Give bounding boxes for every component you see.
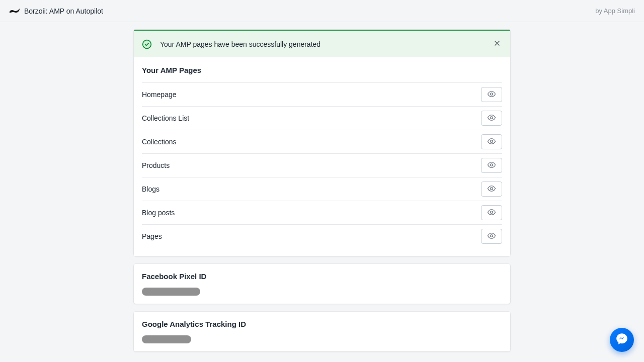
list-item-label: Products <box>142 161 170 169</box>
preview-button[interactable] <box>481 205 502 220</box>
google-analytics-card: Google Analytics Tracking ID <box>134 312 510 351</box>
header-left: Borzoii: AMP on Autopilot <box>9 7 103 15</box>
app-title: Borzoii: AMP on Autopilot <box>24 7 103 15</box>
list-item: Products <box>142 154 502 177</box>
eye-icon <box>487 231 496 242</box>
amp-pages-list: Homepage Collections List Collections <box>142 82 502 248</box>
checkmark-circle-icon <box>142 39 152 49</box>
svg-point-5 <box>491 187 493 190</box>
preview-button[interactable] <box>481 134 502 149</box>
facebook-pixel-input[interactable] <box>142 288 200 296</box>
eye-icon <box>487 160 496 171</box>
list-item-label: Blogs <box>142 185 159 193</box>
eye-icon <box>487 137 496 147</box>
messenger-icon <box>615 332 628 347</box>
list-item: Blogs <box>142 177 502 201</box>
facebook-pixel-card: Facebook Pixel ID <box>134 264 510 304</box>
app-logo-icon <box>9 8 20 14</box>
app-header: Borzoii: AMP on Autopilot by App Simpli <box>0 0 644 22</box>
google-analytics-title: Google Analytics Tracking ID <box>142 320 502 335</box>
messenger-chat-button[interactable] <box>610 328 634 352</box>
svg-point-4 <box>491 163 493 166</box>
close-banner-button[interactable] <box>492 38 502 50</box>
preview-button[interactable] <box>481 182 502 197</box>
list-item-label: Collections <box>142 138 176 146</box>
eye-icon <box>487 113 496 124</box>
eye-icon <box>487 184 496 195</box>
list-item-label: Homepage <box>142 90 177 99</box>
list-item: Blog posts <box>142 201 502 225</box>
close-icon <box>493 39 501 49</box>
svg-point-1 <box>491 93 493 95</box>
svg-point-2 <box>491 116 493 119</box>
list-item: Homepage <box>142 82 502 107</box>
svg-point-6 <box>491 211 493 213</box>
list-item: Pages <box>142 225 502 248</box>
eye-icon <box>487 89 496 100</box>
preview-button[interactable] <box>481 111 502 126</box>
svg-point-3 <box>491 140 493 142</box>
svg-point-0 <box>143 40 151 48</box>
amp-pages-card: Your AMP pages have been successfully ge… <box>134 30 510 256</box>
amp-pages-title: Your AMP Pages <box>142 65 502 82</box>
list-item-label: Pages <box>142 232 162 240</box>
preview-button[interactable] <box>481 158 502 173</box>
svg-point-7 <box>491 234 493 237</box>
success-banner: Your AMP pages have been successfully ge… <box>134 31 510 57</box>
main-content: Your AMP pages have been successfully ge… <box>134 30 510 351</box>
banner-message: Your AMP pages have been successfully ge… <box>160 40 484 48</box>
amp-pages-body: Your AMP Pages Homepage Collections List… <box>134 57 510 256</box>
eye-icon <box>487 208 496 218</box>
google-analytics-input[interactable] <box>142 335 191 343</box>
list-item-label: Collections List <box>142 114 189 122</box>
facebook-pixel-title: Facebook Pixel ID <box>142 272 502 288</box>
app-byline: by App Simpli <box>595 7 635 15</box>
preview-button[interactable] <box>481 229 502 244</box>
preview-button[interactable] <box>481 87 502 102</box>
list-item: Collections <box>142 130 502 154</box>
list-item-label: Blog posts <box>142 209 175 217</box>
list-item: Collections List <box>142 107 502 130</box>
